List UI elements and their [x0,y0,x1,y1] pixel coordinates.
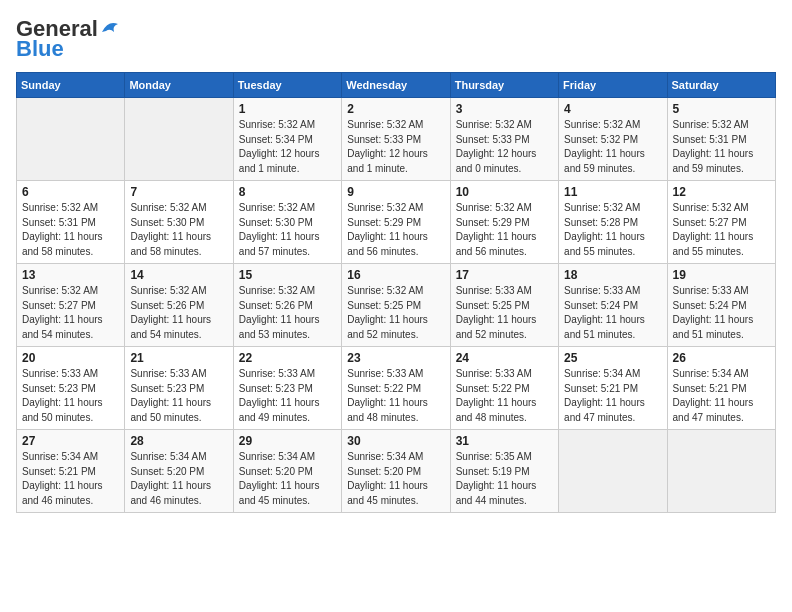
calendar-cell: 23Sunrise: 5:33 AM Sunset: 5:22 PM Dayli… [342,347,450,430]
day-info: Sunrise: 5:32 AM Sunset: 5:29 PM Dayligh… [456,201,553,259]
calendar-cell: 8Sunrise: 5:32 AM Sunset: 5:30 PM Daylig… [233,181,341,264]
day-info: Sunrise: 5:34 AM Sunset: 5:21 PM Dayligh… [22,450,119,508]
day-number: 17 [456,268,553,282]
day-info: Sunrise: 5:32 AM Sunset: 5:25 PM Dayligh… [347,284,444,342]
logo: General Blue [16,16,122,62]
day-number: 26 [673,351,770,365]
calendar-cell: 21Sunrise: 5:33 AM Sunset: 5:23 PM Dayli… [125,347,233,430]
day-of-week-saturday: Saturday [667,73,775,98]
day-info: Sunrise: 5:33 AM Sunset: 5:24 PM Dayligh… [673,284,770,342]
day-info: Sunrise: 5:34 AM Sunset: 5:21 PM Dayligh… [673,367,770,425]
calendar-cell: 10Sunrise: 5:32 AM Sunset: 5:29 PM Dayli… [450,181,558,264]
day-number: 1 [239,102,336,116]
day-number: 29 [239,434,336,448]
day-info: Sunrise: 5:32 AM Sunset: 5:33 PM Dayligh… [456,118,553,176]
day-info: Sunrise: 5:33 AM Sunset: 5:22 PM Dayligh… [456,367,553,425]
calendar-cell: 16Sunrise: 5:32 AM Sunset: 5:25 PM Dayli… [342,264,450,347]
calendar-cell: 2Sunrise: 5:32 AM Sunset: 5:33 PM Daylig… [342,98,450,181]
calendar-cell: 7Sunrise: 5:32 AM Sunset: 5:30 PM Daylig… [125,181,233,264]
day-number: 30 [347,434,444,448]
calendar-cell: 1Sunrise: 5:32 AM Sunset: 5:34 PM Daylig… [233,98,341,181]
day-info: Sunrise: 5:32 AM Sunset: 5:33 PM Dayligh… [347,118,444,176]
day-info: Sunrise: 5:32 AM Sunset: 5:34 PM Dayligh… [239,118,336,176]
calendar-cell: 24Sunrise: 5:33 AM Sunset: 5:22 PM Dayli… [450,347,558,430]
calendar-cell: 26Sunrise: 5:34 AM Sunset: 5:21 PM Dayli… [667,347,775,430]
day-of-week-header-row: SundayMondayTuesdayWednesdayThursdayFrid… [17,73,776,98]
day-info: Sunrise: 5:32 AM Sunset: 5:28 PM Dayligh… [564,201,661,259]
calendar-cell: 3Sunrise: 5:32 AM Sunset: 5:33 PM Daylig… [450,98,558,181]
day-number: 20 [22,351,119,365]
calendar-cell: 30Sunrise: 5:34 AM Sunset: 5:20 PM Dayli… [342,430,450,513]
day-info: Sunrise: 5:34 AM Sunset: 5:20 PM Dayligh… [130,450,227,508]
day-number: 9 [347,185,444,199]
day-info: Sunrise: 5:32 AM Sunset: 5:26 PM Dayligh… [130,284,227,342]
logo-blue: Blue [16,36,64,62]
day-number: 7 [130,185,227,199]
day-number: 31 [456,434,553,448]
day-number: 12 [673,185,770,199]
day-number: 16 [347,268,444,282]
calendar-body: 1Sunrise: 5:32 AM Sunset: 5:34 PM Daylig… [17,98,776,513]
calendar-cell: 20Sunrise: 5:33 AM Sunset: 5:23 PM Dayli… [17,347,125,430]
day-number: 13 [22,268,119,282]
calendar-week-2: 6Sunrise: 5:32 AM Sunset: 5:31 PM Daylig… [17,181,776,264]
day-of-week-sunday: Sunday [17,73,125,98]
day-info: Sunrise: 5:33 AM Sunset: 5:23 PM Dayligh… [22,367,119,425]
day-number: 18 [564,268,661,282]
calendar-cell: 6Sunrise: 5:32 AM Sunset: 5:31 PM Daylig… [17,181,125,264]
day-number: 25 [564,351,661,365]
day-number: 21 [130,351,227,365]
day-info: Sunrise: 5:33 AM Sunset: 5:22 PM Dayligh… [347,367,444,425]
day-info: Sunrise: 5:34 AM Sunset: 5:20 PM Dayligh… [347,450,444,508]
calendar-week-5: 27Sunrise: 5:34 AM Sunset: 5:21 PM Dayli… [17,430,776,513]
day-info: Sunrise: 5:33 AM Sunset: 5:23 PM Dayligh… [130,367,227,425]
calendar-cell [17,98,125,181]
calendar-week-3: 13Sunrise: 5:32 AM Sunset: 5:27 PM Dayli… [17,264,776,347]
day-info: Sunrise: 5:34 AM Sunset: 5:21 PM Dayligh… [564,367,661,425]
calendar-cell: 15Sunrise: 5:32 AM Sunset: 5:26 PM Dayli… [233,264,341,347]
day-of-week-wednesday: Wednesday [342,73,450,98]
day-info: Sunrise: 5:32 AM Sunset: 5:29 PM Dayligh… [347,201,444,259]
day-info: Sunrise: 5:35 AM Sunset: 5:19 PM Dayligh… [456,450,553,508]
calendar-cell: 19Sunrise: 5:33 AM Sunset: 5:24 PM Dayli… [667,264,775,347]
day-number: 27 [22,434,119,448]
day-number: 10 [456,185,553,199]
day-number: 14 [130,268,227,282]
day-number: 22 [239,351,336,365]
day-number: 28 [130,434,227,448]
calendar-week-4: 20Sunrise: 5:33 AM Sunset: 5:23 PM Dayli… [17,347,776,430]
calendar-cell [667,430,775,513]
logo-bird-icon [100,18,122,36]
calendar-cell: 25Sunrise: 5:34 AM Sunset: 5:21 PM Dayli… [559,347,667,430]
day-number: 8 [239,185,336,199]
calendar-cell: 22Sunrise: 5:33 AM Sunset: 5:23 PM Dayli… [233,347,341,430]
day-info: Sunrise: 5:32 AM Sunset: 5:27 PM Dayligh… [22,284,119,342]
calendar-cell [559,430,667,513]
calendar-cell: 17Sunrise: 5:33 AM Sunset: 5:25 PM Dayli… [450,264,558,347]
day-of-week-friday: Friday [559,73,667,98]
day-info: Sunrise: 5:32 AM Sunset: 5:26 PM Dayligh… [239,284,336,342]
day-number: 6 [22,185,119,199]
day-info: Sunrise: 5:34 AM Sunset: 5:20 PM Dayligh… [239,450,336,508]
day-of-week-monday: Monday [125,73,233,98]
day-number: 2 [347,102,444,116]
day-of-week-thursday: Thursday [450,73,558,98]
calendar-cell: 4Sunrise: 5:32 AM Sunset: 5:32 PM Daylig… [559,98,667,181]
day-info: Sunrise: 5:32 AM Sunset: 5:27 PM Dayligh… [673,201,770,259]
day-number: 3 [456,102,553,116]
calendar-cell: 11Sunrise: 5:32 AM Sunset: 5:28 PM Dayli… [559,181,667,264]
day-info: Sunrise: 5:33 AM Sunset: 5:24 PM Dayligh… [564,284,661,342]
day-info: Sunrise: 5:33 AM Sunset: 5:25 PM Dayligh… [456,284,553,342]
page-header: General Blue [16,16,776,62]
day-info: Sunrise: 5:32 AM Sunset: 5:30 PM Dayligh… [130,201,227,259]
calendar-cell: 28Sunrise: 5:34 AM Sunset: 5:20 PM Dayli… [125,430,233,513]
calendar-week-1: 1Sunrise: 5:32 AM Sunset: 5:34 PM Daylig… [17,98,776,181]
day-number: 24 [456,351,553,365]
day-info: Sunrise: 5:33 AM Sunset: 5:23 PM Dayligh… [239,367,336,425]
day-number: 23 [347,351,444,365]
calendar-cell: 5Sunrise: 5:32 AM Sunset: 5:31 PM Daylig… [667,98,775,181]
day-number: 11 [564,185,661,199]
day-info: Sunrise: 5:32 AM Sunset: 5:30 PM Dayligh… [239,201,336,259]
day-number: 5 [673,102,770,116]
calendar-table: SundayMondayTuesdayWednesdayThursdayFrid… [16,72,776,513]
